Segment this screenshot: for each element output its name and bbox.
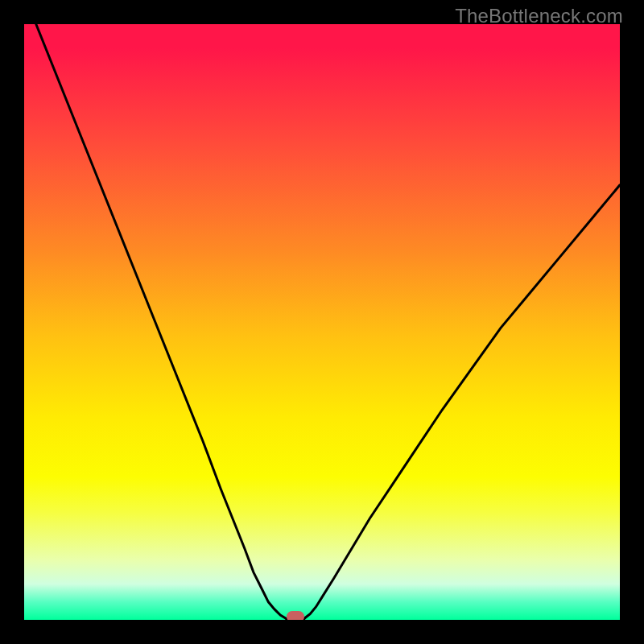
plot-area	[24, 24, 620, 620]
curve-left-branch	[36, 24, 287, 619]
bottleneck-curve	[24, 24, 620, 620]
chart-outer-frame: TheBottleneck.com	[0, 0, 644, 644]
optimum-marker	[287, 611, 304, 620]
curve-right-branch	[304, 185, 620, 619]
